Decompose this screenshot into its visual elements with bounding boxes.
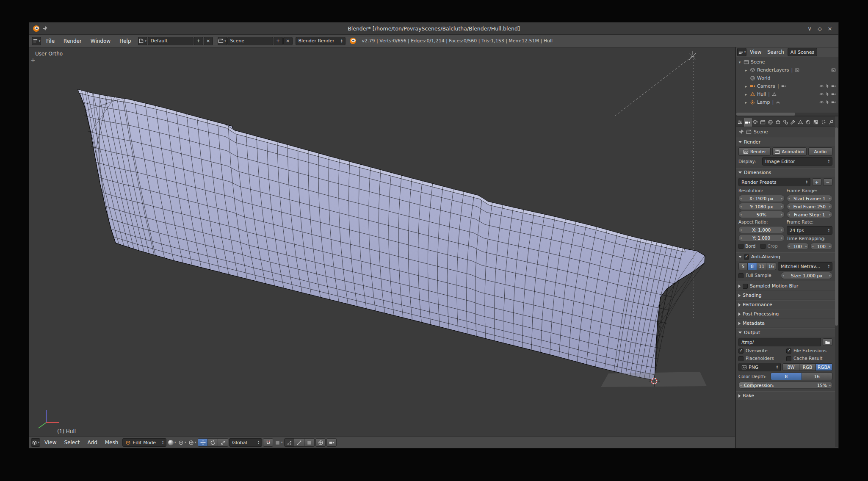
compression-slider[interactable]: Compression: 15% [738,381,832,389]
tab-physics[interactable] [827,118,835,127]
selectability-cursor-icon[interactable] [825,100,830,105]
outliner-item-lamp[interactable]: ▸ Lamp | [738,98,838,106]
mesh-menu[interactable]: Mesh [102,437,122,448]
section-bake[interactable]: Bake [736,391,835,400]
remap-new-field[interactable]: 100 [810,243,832,250]
view-menu[interactable]: View [41,437,60,448]
mode-dropdown[interactable]: Edit Mode [122,438,166,447]
screen-layout-name-field[interactable]: Default [148,37,194,45]
channels-rgba-button[interactable]: RGBA [816,363,832,371]
full-sample-checkbox[interactable] [738,273,744,278]
crop-checkbox[interactable] [760,244,766,249]
render-menu[interactable]: Render [60,35,86,47]
audio-button[interactable]: Audio [808,147,832,156]
collapse-triangle-icon[interactable] [738,394,741,398]
manipulator-rotate-button[interactable] [208,438,218,447]
aa-size-field[interactable]: Size: 1.000 px [781,272,832,279]
tab-scene[interactable] [759,118,767,127]
section-anti-aliasing[interactable]: Anti-Aliasing [736,252,835,261]
tab-render-layers[interactable] [752,118,759,127]
section-post-processing[interactable]: Post Processing [736,310,835,318]
maximize-button[interactable]: ◇ [815,24,824,33]
hull-mesh[interactable] [78,89,705,380]
tab-world[interactable] [766,118,774,127]
help-menu[interactable]: Help [116,35,135,47]
remap-old-field[interactable]: 100 [787,243,809,250]
tab-particles[interactable] [819,118,827,127]
collapse-triangle-icon[interactable] [738,294,741,297]
scene-add-button[interactable]: + [274,37,283,45]
outliner-item-scene[interactable]: ▾ Scene [738,58,838,66]
render-engine-dropdown[interactable]: Blender Render [296,37,346,45]
output-path-field[interactable]: /tmp/ [738,338,821,346]
aa-samples-16-button[interactable]: 16 [766,263,776,270]
close-button[interactable]: × [826,24,834,33]
channels-rgb-button[interactable]: RGB [799,363,816,371]
outliner-item-camera[interactable]: ▸ Camera | [738,82,838,90]
tab-texture[interactable] [812,118,819,127]
visibility-eye-icon[interactable] [819,100,824,105]
resolution-percentage-field[interactable]: 50% [738,211,785,218]
open-folder-button[interactable] [823,338,832,346]
aa-filter-dropdown[interactable]: Mitchell-Netrav... [778,262,832,271]
select-mode-face-button[interactable] [304,438,315,447]
preset-add-button[interactable]: + [812,178,821,186]
tab-modifiers[interactable] [789,118,797,127]
frame-step-field[interactable]: Frame Step: 1 [787,211,833,218]
outliner-item-world[interactable]: World [738,74,838,82]
file-menu[interactable]: File [42,35,58,47]
render-button[interactable]: Render [738,147,771,156]
select-mode-edge-button[interactable] [294,438,304,447]
manipulator-translate-button[interactable] [198,438,208,447]
tab-object[interactable] [774,118,782,127]
section-sampled-motion-blur[interactable]: Sampled Motion Blur [736,282,835,290]
screen-layout-add-button[interactable]: + [194,37,203,45]
section-metadata[interactable]: Metadata [736,319,835,327]
file-format-dropdown[interactable]: PNG [738,363,781,371]
outliner-item-renderlayers[interactable]: ▸ RenderLayers | [738,66,838,74]
collapse-triangle-icon[interactable] [738,256,742,258]
viewport-canvas[interactable] [29,47,736,437]
scene-browse-button[interactable] [218,37,227,45]
scene-delete-button[interactable]: × [283,37,293,45]
opengl-render-button[interactable] [326,438,337,447]
channels-bw-button[interactable]: BW [782,363,799,371]
anti-aliasing-checkbox[interactable] [744,254,749,260]
expander-icon[interactable]: ▸ [744,68,748,72]
window-menu[interactable]: Window [87,35,114,47]
selectability-cursor-icon[interactable] [825,92,830,97]
expander-icon[interactable]: ▸ [744,84,748,88]
select-menu[interactable]: Select [61,437,83,448]
screen-layout-delete-button[interactable]: × [204,37,213,45]
editor-type-button[interactable] [32,37,41,45]
aspect-y-field[interactable]: Y: 1.000 [738,234,785,241]
editor-type-button[interactable] [737,48,746,56]
outliner-search-menu[interactable]: Search [765,47,787,57]
collapse-triangle-icon[interactable] [738,332,742,334]
proportional-edit-dropdown[interactable] [188,438,197,447]
tab-render[interactable] [744,118,752,127]
tab-data[interactable] [797,118,804,127]
viewport-shading-dropdown[interactable] [167,438,177,447]
pivot-point-dropdown[interactable] [177,438,187,447]
transform-orientation-dropdown[interactable]: Global [229,438,262,447]
preset-remove-button[interactable]: − [823,178,832,186]
selectability-cursor-icon[interactable] [825,84,830,88]
screen-layout-browse-button[interactable] [138,37,147,45]
aspect-x-field[interactable]: X: 1.000 [738,226,785,233]
collapse-triangle-icon[interactable] [738,285,741,288]
section-shading[interactable]: Shading [736,291,835,299]
minimize-button[interactable]: ∨ [805,24,814,33]
animation-button[interactable]: Animation [772,147,807,156]
collapse-triangle-icon[interactable] [738,171,742,174]
display-dropdown[interactable]: Image Editor [762,157,832,166]
collapse-triangle-icon[interactable] [738,322,741,325]
select-mode-vertex-button[interactable] [284,438,294,447]
section-performance[interactable]: Performance [736,300,835,309]
motion-blur-checkbox[interactable] [743,284,748,289]
file-extensions-checkbox[interactable] [786,348,791,354]
toolshelf-expand-icon[interactable]: + [30,57,36,64]
cache-result-checkbox[interactable] [786,356,791,361]
collapse-triangle-icon[interactable] [738,312,741,316]
outliner-item-hull[interactable]: ▸ Hull | [738,90,838,98]
